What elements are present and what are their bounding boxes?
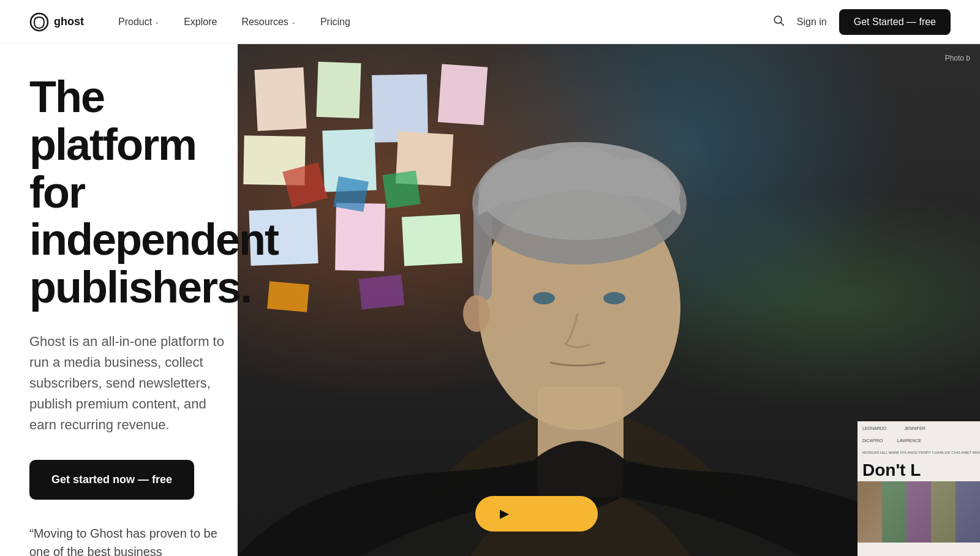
hero-image-area: Photo b LEONARDO JENNIFER DiCAPRIO LAWRE…	[238, 44, 980, 556]
nav-product[interactable]: Product ⌄	[108, 12, 169, 32]
photo-credit: Photo b	[945, 54, 970, 62]
card-movie-title: Don't L	[858, 459, 980, 481]
search-icon[interactable]	[772, 14, 785, 29]
card-img-5	[956, 481, 980, 543]
hero-cta-button[interactable]: Get started now — free	[29, 460, 194, 500]
svg-point-9	[533, 292, 555, 304]
yellow-cta-button[interactable]: ▶	[475, 496, 598, 532]
card-cast-names: LEONARDO JENNIFER DiCAPRIO LAWRENCE MORG…	[858, 421, 980, 459]
chevron-down-icon: ⌄	[154, 18, 159, 25]
navbar: ghost Product ⌄ Explore Resources ⌄ Pric…	[0, 0, 980, 44]
card-name-1: LEONARDO	[862, 426, 886, 437]
card-names-row: MORGAN HILL MARK RYLANCE PERRY CHARLIZE …	[862, 451, 980, 454]
yellow-button-container: ▶	[475, 496, 598, 532]
logo-link[interactable]: ghost	[29, 12, 84, 32]
nav-explore[interactable]: Explore	[174, 12, 227, 32]
svg-point-8	[463, 295, 490, 332]
svg-rect-7	[473, 203, 492, 301]
hero-text: The platform for independent publishers.…	[0, 44, 257, 556]
card-preview-images	[858, 481, 980, 543]
card-img-3	[907, 481, 931, 543]
nav-resources[interactable]: Resources ⌄	[232, 12, 305, 32]
nav-links: Product ⌄ Explore Resources ⌄ Pricing	[108, 12, 772, 32]
hero-section: The platform for independent publishers.…	[0, 44, 980, 556]
card-img-2	[882, 481, 907, 543]
hero-quote: “Moving to Ghost has proven to be one of…	[29, 524, 228, 556]
svg-line-2	[781, 23, 784, 26]
hero-title: The platform for independent publishers.	[29, 73, 228, 312]
hero-description: Ghost is an all-in-one platform to run a…	[29, 331, 228, 435]
card-img-1	[858, 481, 882, 543]
ghost-logo-icon	[29, 12, 49, 32]
get-started-button[interactable]: Get Started — free	[839, 9, 951, 35]
card-img-4	[931, 481, 956, 543]
nav-pricing[interactable]: Pricing	[311, 12, 360, 32]
card-name-3: DiCAPRIO LAWRENCE	[862, 438, 921, 449]
card-name-2: JENNIFER	[888, 426, 925, 437]
signin-link[interactable]: Sign in	[797, 17, 827, 28]
nav-right: Sign in Get Started — free	[772, 9, 951, 35]
yellow-btn-label: ▶	[500, 507, 508, 520]
bottom-right-card: LEONARDO JENNIFER DiCAPRIO LAWRENCE MORG…	[858, 421, 980, 556]
svg-point-10	[603, 292, 625, 304]
brand-name: ghost	[54, 15, 84, 28]
chevron-down-icon-2: ⌄	[291, 18, 296, 25]
